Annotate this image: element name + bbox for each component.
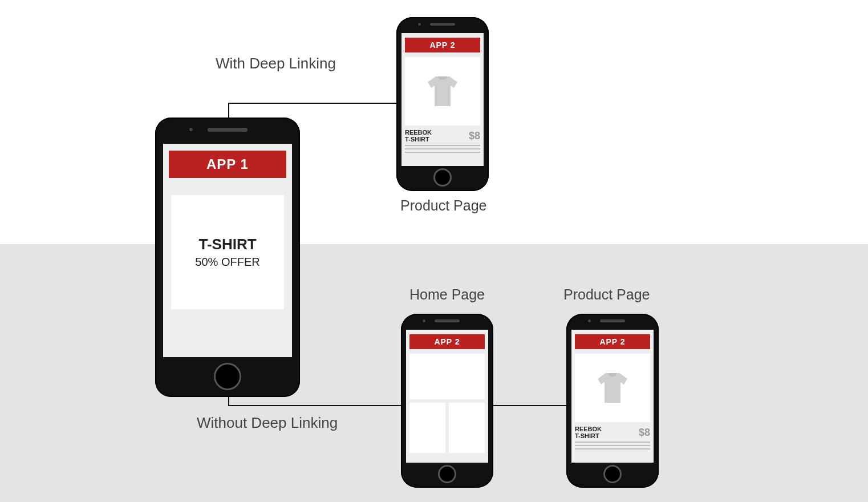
product-meta: REEBOK T-SHIRT $8 [575,426,650,439]
promo-card: T-SHIRT 50% OFFER [171,195,284,309]
description-lines [405,145,480,153]
app-header: APP 2 [409,334,485,349]
description-lines [575,442,650,450]
phone-screen: APP 1 T-SHIRT 50% OFFER [163,144,292,357]
tshirt-icon [424,75,461,107]
home-grid-item [409,403,445,453]
phone-no-deep-link-product: APP 2 REEBOK T-SHIRT $8 [566,314,659,488]
home-button-icon [433,168,452,187]
app-header: APP 1 [169,151,286,178]
connector-line [228,405,402,406]
product-image-box [405,57,480,126]
connector-line [228,103,396,104]
label-without-deep-linking: Without Deep Linking [197,414,338,432]
home-hero-box [409,354,485,399]
phone-camera-dot [423,319,425,322]
product-name: REEBOK T-SHIRT [575,426,602,439]
phone-deep-link-product: APP 2 REEBOK T-SHIRT $8 [396,17,489,191]
home-button-icon [603,465,622,483]
promo-title: T-SHIRT [198,236,256,253]
home-grid-row [409,403,485,453]
phone-screen: APP 2 REEBOK T-SHIRT $8 [401,33,484,166]
label-with-deep-linking: With Deep Linking [216,55,336,72]
phone-home-page: APP 2 [401,314,493,488]
home-button-icon [214,363,241,390]
app-header: APP 2 [405,38,480,52]
product-image-box [575,354,650,422]
product-price: $8 [469,130,480,142]
phone-earpiece [430,23,455,26]
product-price: $8 [639,427,650,439]
caption-product-top: Product Page [400,197,487,214]
phone-camera-dot [189,128,193,131]
phone-camera-dot [418,23,421,26]
phone-earpiece [208,128,248,132]
home-button-icon [438,465,456,483]
product-meta: REEBOK T-SHIRT $8 [405,129,480,143]
caption-home: Home Page [409,286,485,303]
phone-camera-dot [588,319,591,322]
caption-product-bottom: Product Page [563,286,650,303]
phone-source: APP 1 T-SHIRT 50% OFFER [155,118,300,397]
product-name: REEBOK T-SHIRT [405,129,432,143]
app-header: APP 2 [575,334,650,349]
connector-line [493,405,567,406]
tshirt-icon [594,372,631,404]
promo-subtitle: 50% OFFER [195,256,259,269]
phone-earpiece [435,319,460,322]
phone-screen: APP 2 [406,330,488,463]
phone-earpiece [600,319,625,322]
phone-screen: APP 2 REEBOK T-SHIRT $8 [571,330,654,463]
diagram-stage: With Deep Linking Without Deep Linking P… [0,0,868,502]
home-grid-item [449,403,485,453]
